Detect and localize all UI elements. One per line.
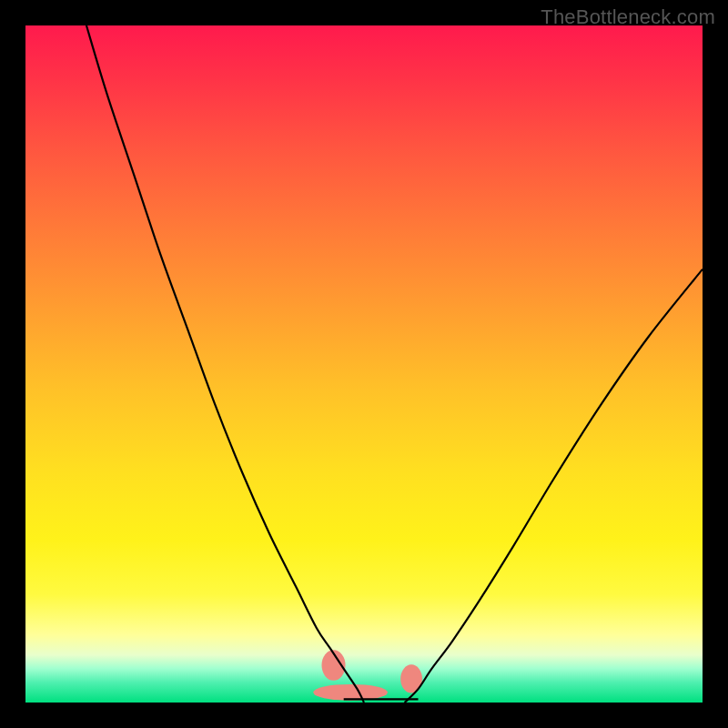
valley-marker [313, 684, 388, 701]
markers-group [313, 650, 422, 700]
chart-svg [25, 25, 703, 703]
left-curve-path [86, 25, 364, 703]
right-curve-path [405, 269, 703, 703]
watermark-text: TheBottleneck.com [541, 5, 715, 29]
chart-frame [25, 25, 703, 703]
